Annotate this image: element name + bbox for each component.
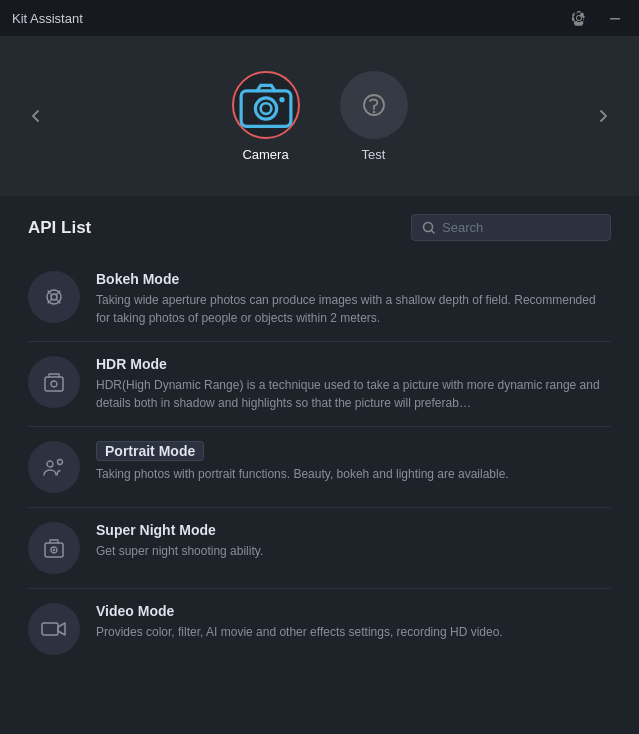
svg-point-11 xyxy=(51,381,57,387)
video-content: Video Mode Provides color, filter, AI mo… xyxy=(96,603,611,641)
search-icon xyxy=(422,221,436,235)
api-item-video[interactable]: Video Mode Provides color, filter, AI mo… xyxy=(28,589,611,669)
carousel-left-arrow[interactable] xyxy=(20,100,52,132)
api-item-hdr[interactable]: HDR Mode HDR(High Dynamic Range) is a te… xyxy=(28,342,611,427)
hdr-content: HDR Mode HDR(High Dynamic Range) is a te… xyxy=(96,356,611,412)
carousel-icon-camera xyxy=(232,71,300,139)
bokeh-icon-wrapper xyxy=(28,271,80,323)
svg-rect-17 xyxy=(42,623,58,635)
bokeh-desc: Taking wide aperture photos can produce … xyxy=(96,291,611,327)
title-bar-controls xyxy=(567,6,627,30)
title-bar: Kit Assistant xyxy=(0,0,639,36)
carousel-item-camera[interactable]: Camera xyxy=(232,71,300,162)
gear-icon xyxy=(571,10,587,26)
api-list-header: API List xyxy=(28,214,611,241)
search-input[interactable] xyxy=(442,220,600,235)
minimize-button[interactable] xyxy=(603,6,627,30)
minimize-icon xyxy=(608,11,622,25)
svg-rect-1 xyxy=(241,90,291,126)
svg-point-13 xyxy=(58,460,63,465)
carousel-right-arrow[interactable] xyxy=(587,100,619,132)
portrait-icon xyxy=(40,453,68,481)
carousel-label-test: Test xyxy=(362,147,386,162)
portrait-desc: Taking photos with portrait functions. B… xyxy=(96,465,611,483)
video-desc: Provides color, filter, AI movie and oth… xyxy=(96,623,611,641)
supernight-desc: Get super night shooting ability. xyxy=(96,542,611,560)
portrait-content: Portrait Mode Taking photos with portrai… xyxy=(96,441,611,483)
api-item-portrait[interactable]: Portrait Mode Taking photos with portrai… xyxy=(28,427,611,508)
search-container xyxy=(411,214,611,241)
video-icon-wrapper xyxy=(28,603,80,655)
api-list-section: API List Bokeh Mode Taking wide aperture… xyxy=(0,196,639,669)
carousel-items: Camera Test xyxy=(232,71,408,162)
bokeh-icon xyxy=(40,283,68,311)
carousel-section: Camera Test xyxy=(0,36,639,196)
svg-rect-0 xyxy=(610,18,620,20)
carousel-label-camera: Camera xyxy=(242,147,288,162)
svg-point-3 xyxy=(260,103,271,114)
svg-rect-10 xyxy=(45,377,63,391)
settings-button[interactable] xyxy=(567,6,591,30)
supernight-icon xyxy=(40,534,68,562)
test-icon xyxy=(356,87,392,123)
bokeh-name: Bokeh Mode xyxy=(96,271,611,287)
camera-icon xyxy=(234,73,298,137)
supernight-name: Super Night Mode xyxy=(96,522,611,538)
bokeh-content: Bokeh Mode Taking wide aperture photos c… xyxy=(96,271,611,327)
app-title: Kit Assistant xyxy=(12,11,83,26)
portrait-icon-wrapper xyxy=(28,441,80,493)
hdr-name: HDR Mode xyxy=(96,356,611,372)
video-icon xyxy=(40,615,68,643)
portrait-name: Portrait Mode xyxy=(96,441,204,461)
supernight-content: Super Night Mode Get super night shootin… xyxy=(96,522,611,560)
supernight-icon-wrapper xyxy=(28,522,80,574)
svg-point-12 xyxy=(47,461,53,467)
svg-point-2 xyxy=(255,97,276,118)
video-name: Video Mode xyxy=(96,603,611,619)
svg-point-4 xyxy=(279,97,284,102)
hdr-icon-wrapper xyxy=(28,356,80,408)
api-item-bokeh[interactable]: Bokeh Mode Taking wide aperture photos c… xyxy=(28,257,611,342)
hdr-icon xyxy=(40,368,68,396)
carousel-icon-test xyxy=(340,71,408,139)
api-list-title: API List xyxy=(28,218,91,238)
svg-point-6 xyxy=(372,110,374,112)
svg-point-16 xyxy=(53,549,55,551)
hdr-desc: HDR(High Dynamic Range) is a technique u… xyxy=(96,376,611,412)
carousel-item-test[interactable]: Test xyxy=(340,71,408,162)
api-item-supernight[interactable]: Super Night Mode Get super night shootin… xyxy=(28,508,611,589)
